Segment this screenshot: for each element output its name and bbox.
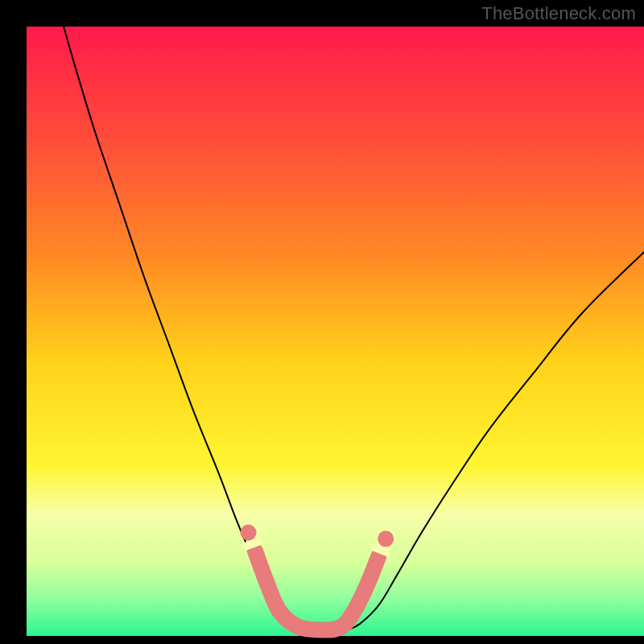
watermark-text: TheBottleneck.com [481, 3, 636, 24]
trough-gap [251, 540, 254, 547]
chart-canvas: TheBottleneck.com [0, 0, 644, 644]
chart-svg [0, 0, 644, 644]
trough-gap [380, 547, 383, 554]
trough-end-dot [240, 524, 256, 540]
chart-background [27, 27, 644, 636]
trough-end-dot [378, 530, 394, 547]
